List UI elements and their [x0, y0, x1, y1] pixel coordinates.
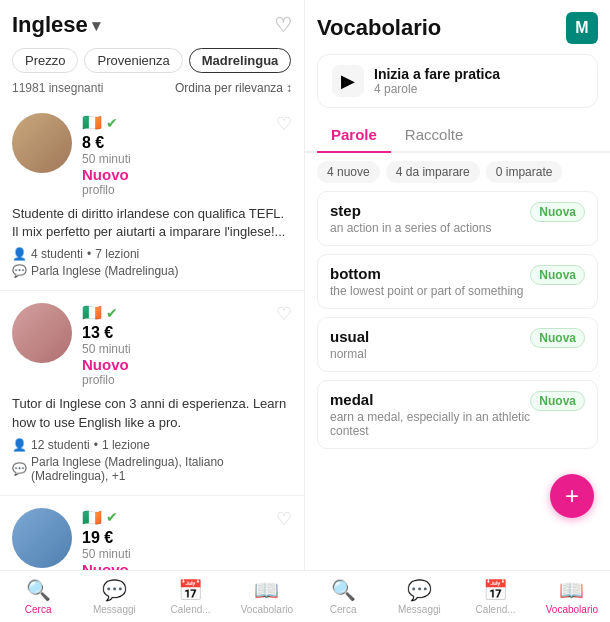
bullet: • [94, 438, 98, 452]
flag-icon: 🇮🇪 [82, 113, 102, 132]
tutor-duration: 50 minuti [82, 152, 266, 166]
nav-calendar-label: Calend... [171, 604, 211, 615]
nav-vocab-left[interactable]: 📖 Vocabolario [229, 571, 305, 622]
chevron-down-icon[interactable]: ▾ [92, 16, 100, 35]
tutor-meta: 👤 12 studenti • 1 lezione [12, 438, 292, 452]
word-badge: Nuova [530, 391, 585, 411]
right-nav: 🔍 Cerca 💬 Messaggi 📅 Calend... 📖 Vocabol… [305, 571, 610, 622]
tutor-language: 💬 Parla Inglese (Madrelingua) [12, 264, 292, 278]
nav-messaggi-left[interactable]: 💬 Messaggi [76, 571, 152, 622]
word-left: bottom the lowest point or part of somet… [330, 265, 523, 298]
tutor-new-label: Nuovo [82, 561, 266, 570]
word-item[interactable]: usual normal Nuova [317, 317, 598, 372]
tutor-heart-icon[interactable]: ♡ [276, 303, 292, 325]
tutor-duration: 50 minuti [82, 547, 266, 561]
practice-text: Inizia a fare pratica 4 parole [374, 66, 500, 96]
nav-cerca-left[interactable]: 🔍 Cerca [0, 571, 76, 622]
lang-icon: 💬 [12, 264, 27, 278]
vocab-badges: 4 nuove 4 da imparare 0 imparate [305, 161, 610, 191]
tutor-flags: 🇮🇪 ✔ [82, 508, 266, 527]
vocab-title: Vocabolario [317, 15, 441, 41]
word-item[interactable]: step an action in a series of actions Nu… [317, 191, 598, 246]
word-item[interactable]: medal earn a medal, especially in an ath… [317, 380, 598, 449]
tutor-top: 🇮🇪 ✔ 8 € 50 minuti Nuovo profilo ♡ [12, 113, 292, 197]
word-item[interactable]: bottom the lowest point or part of somet… [317, 254, 598, 309]
nav-vocab-label: Vocabolario [241, 604, 293, 615]
tutor-card[interactable]: 🇮🇪 ✔ 8 € 50 minuti Nuovo profilo ♡ Stude… [0, 101, 304, 291]
sort-button[interactable]: Ordina per rilevanza ↕ [175, 81, 292, 95]
tutor-meta: 👤 4 studenti • 7 lezioni [12, 247, 292, 261]
tutor-top: 🇮🇪 ✔ 13 € 50 minuti Nuovo profilo ♡ [12, 303, 292, 387]
left-title-row: Inglese ▾ ♡ [12, 12, 292, 38]
word-left: usual normal [330, 328, 369, 361]
nav-cerca-label: Cerca [25, 604, 52, 615]
student-icon: 👤 [12, 438, 27, 452]
tutor-price: 13 € [82, 324, 266, 342]
word-list: step an action in a series of actions Nu… [305, 191, 610, 457]
student-icon: 👤 [12, 247, 27, 261]
tutor-duration: 50 minuti [82, 342, 266, 356]
tutor-price: 19 € [82, 529, 266, 547]
tutor-info: 🇮🇪 ✔ 19 € 50 minuti Nuovo profilo [82, 508, 266, 570]
right-panel: Vocabolario M ▶ Inizia a fare pratica 4 … [305, 0, 610, 570]
tutor-heart-icon[interactable]: ♡ [276, 113, 292, 135]
vocab-icon: 📖 [254, 578, 279, 602]
nav-messaggi-label: Messaggi [93, 604, 136, 615]
nav-messaggi-label-r: Messaggi [398, 604, 441, 615]
tutor-card[interactable]: 🇮🇪 ✔ 13 € 50 minuti Nuovo profilo ♡ Tuto… [0, 291, 304, 495]
avatar [12, 508, 72, 568]
tutor-heart-icon[interactable]: ♡ [276, 508, 292, 530]
tutor-description: Tutor di Inglese con 3 anni di esperienz… [12, 395, 292, 431]
badge-nuove[interactable]: 4 nuove [317, 161, 380, 183]
tutor-info: 🇮🇪 ✔ 13 € 50 minuti Nuovo profilo [82, 303, 266, 387]
nav-calendar-right[interactable]: 📅 Calend... [458, 571, 534, 622]
word-badge: Nuova [530, 202, 585, 222]
nav-messaggi-right[interactable]: 💬 Messaggi [381, 571, 457, 622]
vocab-tabs: Parole Raccolte [305, 118, 610, 153]
tutor-price: 8 € [82, 134, 266, 152]
tutor-profile-label: profilo [82, 183, 266, 197]
right-panel-inner: Vocabolario M ▶ Inizia a fare pratica 4 … [305, 0, 610, 457]
sort-icon: ↕ [286, 81, 292, 95]
practice-box[interactable]: ▶ Inizia a fare pratica 4 parole [317, 54, 598, 108]
tutor-description: Studente di diritto irlandese con qualif… [12, 205, 292, 241]
badge-imparate[interactable]: 0 imparate [486, 161, 563, 183]
calendar-icon: 📅 [178, 578, 203, 602]
nav-calendar-left[interactable]: 📅 Calend... [153, 571, 229, 622]
left-nav: 🔍 Cerca 💬 Messaggi 📅 Calend... 📖 Vocabol… [0, 571, 305, 622]
avatar [12, 113, 72, 173]
word-left: step an action in a series of actions [330, 202, 491, 235]
tutor-new-label: Nuovo [82, 166, 266, 183]
results-row: 11981 insegnanti Ordina per rilevanza ↕ [0, 81, 304, 101]
filter-provenienza[interactable]: Provenienza [84, 48, 182, 73]
vocab-icon: 📖 [559, 578, 584, 602]
verified-icon: ✔ [106, 305, 118, 321]
nav-vocab-right[interactable]: 📖 Vocabolario [534, 571, 610, 622]
favorite-icon[interactable]: ♡ [274, 13, 292, 37]
tutor-flags: 🇮🇪 ✔ [82, 113, 266, 132]
tutor-card[interactable]: 🇮🇪 ✔ 19 € 50 minuti Nuovo profilo ♡ Tuto… [0, 496, 304, 570]
word-badge: Nuova [530, 265, 585, 285]
right-header: Vocabolario M [305, 0, 610, 44]
left-header: Inglese ▾ ♡ Prezzo Provenienza Madreling… [0, 0, 304, 81]
messages-icon: 💬 [102, 578, 127, 602]
tutors-list: 🇮🇪 ✔ 8 € 50 minuti Nuovo profilo ♡ Stude… [0, 101, 304, 570]
bullet: • [87, 247, 91, 261]
avatar [12, 303, 72, 363]
word-badge: Nuova [530, 328, 585, 348]
fab-button[interactable]: + [550, 474, 594, 518]
tutor-flags: 🇮🇪 ✔ [82, 303, 266, 322]
tab-raccolte[interactable]: Raccolte [391, 118, 477, 153]
nav-cerca-right[interactable]: 🔍 Cerca [305, 571, 381, 622]
badge-da-imparare[interactable]: 4 da imparare [386, 161, 480, 183]
filter-madrelingua[interactable]: Madrelingua [189, 48, 292, 73]
nav-vocab-label-r: Vocabolario [546, 604, 598, 615]
flag-icon: 🇮🇪 [82, 508, 102, 527]
tab-parole[interactable]: Parole [317, 118, 391, 153]
messages-icon: 💬 [407, 578, 432, 602]
user-avatar[interactable]: M [566, 12, 598, 44]
flag-icon: 🇮🇪 [82, 303, 102, 322]
filter-prezzo[interactable]: Prezzo [12, 48, 78, 73]
calendar-icon: 📅 [483, 578, 508, 602]
lang-icon: 💬 [12, 462, 27, 476]
